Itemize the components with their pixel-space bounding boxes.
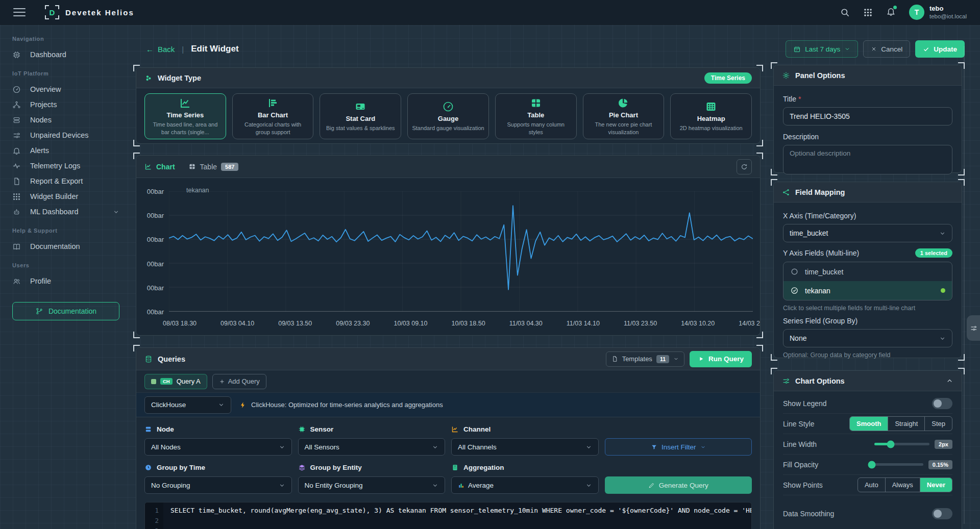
chart-options-card: Chart Options Show Legend Line Style Smo… (773, 370, 962, 529)
sidebar-item-documentation[interactable]: Documentation (12, 239, 129, 254)
back-arrow-icon: ← (146, 45, 154, 54)
sidebar-item-projects[interactable]: Projects (12, 97, 129, 112)
sql-code[interactable]: SELECT time_bucket, round(avgMerge(eng_a… (163, 502, 751, 529)
sidebar-item-unpaired-devices[interactable]: Unpaired Devices (12, 128, 129, 143)
show-legend-toggle[interactable] (932, 398, 952, 409)
cancel-button[interactable]: Cancel (863, 40, 910, 58)
sidebar-item-overview[interactable]: Overview (12, 82, 129, 97)
sidebar-item-ml-dashboard[interactable]: ML Dashboard (12, 204, 129, 219)
show-points-always[interactable]: Always (885, 478, 920, 492)
line-chart-icon (144, 163, 152, 170)
sql-editor[interactable]: 1 2 3 4 5 SELECT time_bucket, round(avgM… (144, 502, 752, 529)
server-stack-icon (12, 116, 21, 124)
line-style-smooth[interactable]: Smooth (850, 417, 888, 431)
sliders-icon (970, 324, 977, 332)
chevron-down-icon (673, 356, 679, 362)
back-button[interactable]: ← Back (146, 45, 175, 54)
line-numbers: 1 2 3 4 5 (145, 502, 163, 529)
clock-icon (144, 464, 152, 471)
panel-toggle-button[interactable] (967, 315, 980, 341)
line-style-step[interactable]: Step (924, 417, 952, 431)
y-field-time-bucket[interactable]: time_bucket (783, 262, 952, 281)
apps-grid-icon[interactable] (863, 8, 873, 17)
title-input[interactable] (783, 107, 952, 125)
sidebar-item-dashboard[interactable]: Dashboard (12, 47, 129, 62)
widget-card-gauge[interactable]: Gauge Standard gauge visualization (407, 93, 489, 139)
show-points-never[interactable]: Never (920, 478, 952, 492)
widget-card-heatmap[interactable]: Heatmap 2D heatmap visualization (670, 93, 752, 139)
tab-table[interactable]: Table 587 (188, 163, 239, 171)
sitemap-icon (12, 100, 21, 109)
chevron-down-icon (279, 482, 285, 489)
series-color-swatch (151, 379, 156, 384)
node-icon (144, 425, 152, 433)
menu-icon[interactable] (13, 8, 26, 16)
node-select[interactable]: All Nodes (144, 438, 292, 456)
field-mapping-title: Field Mapping (795, 188, 845, 196)
user-menu[interactable]: T tebo tebo@iot.local (909, 5, 967, 20)
widget-card-pie-chart[interactable]: Pie Chart The new core pie chart visuali… (583, 93, 665, 139)
widget-card-bar-chart[interactable]: Bar Chart Categorical charts with group … (232, 93, 314, 139)
y-tick: 00bar (147, 284, 164, 291)
x-tick: 09/03 13.50 (278, 320, 312, 327)
templates-button[interactable]: Templates 11 (606, 351, 684, 367)
sidebar-item-widget-builder[interactable]: Widget Builder (12, 189, 129, 204)
collapse-chevron-icon[interactable] (946, 377, 953, 385)
chart-options-title: Chart Options (795, 377, 845, 385)
time-range-button[interactable]: Last 7 days (786, 40, 858, 58)
sidebar-item-profile[interactable]: Profile (12, 273, 129, 289)
run-query-button[interactable]: Run Query (690, 351, 752, 367)
y-field-tekanan[interactable]: tekanan (783, 281, 952, 300)
sidebar-section-navigation: Navigation (12, 36, 129, 42)
update-button[interactable]: Update (915, 40, 965, 58)
generate-query-button[interactable]: Generate Query (605, 476, 752, 494)
chart-area: 00bar00bar00bar00bar00bar00bar tekanan 0… (136, 178, 760, 335)
line-width-slider[interactable] (874, 443, 929, 445)
circle-icon (790, 267, 799, 276)
sidebar-item-telemetry-logs[interactable]: Telemetry Logs (12, 158, 129, 173)
fill-opacity-label: Fill Opacity (783, 461, 818, 469)
show-points-auto[interactable]: Auto (858, 478, 885, 492)
scrollbar-track[interactable] (964, 46, 965, 524)
query-tab-a[interactable]: CH Query A (144, 374, 207, 389)
data-smoothing-toggle[interactable] (932, 508, 952, 519)
close-icon (871, 46, 877, 52)
datasource-select[interactable]: ClickHouse (144, 396, 231, 414)
description-textarea[interactable] (783, 145, 952, 174)
aggregation-select[interactable]: Average (451, 476, 599, 494)
line-style-straight[interactable]: Straight (888, 417, 924, 431)
sensor-select[interactable]: All Sensors (298, 438, 446, 456)
panel-options-title: Panel Options (795, 71, 845, 80)
line-width-value: 2px (935, 440, 952, 449)
notifications-button[interactable] (886, 7, 896, 18)
series-field-select[interactable]: None (783, 329, 952, 347)
sidebar-item-nodes[interactable]: Nodes (12, 112, 129, 128)
add-query-button[interactable]: Add Query (212, 374, 266, 389)
channel-select[interactable]: All Channels (451, 438, 599, 456)
top-bar: D Devetek Helios T tebo tebo@iot.local (0, 0, 980, 24)
insert-filter-button[interactable]: Insert Filter (605, 438, 752, 456)
line-chart[interactable]: tekanan (169, 191, 753, 312)
group-by-entity-select[interactable]: No Entity Grouping (298, 476, 446, 494)
sidebar-section-help-support: Help & Support (12, 228, 129, 234)
x-axis-select[interactable]: time_bucket (783, 224, 952, 242)
sensor-icon (298, 425, 306, 433)
documentation-button[interactable]: Documentation (12, 302, 119, 320)
y-tick: 00bar (147, 188, 164, 195)
fill-opacity-slider[interactable] (868, 463, 923, 466)
widget-card-time-series[interactable]: Time Series Time based line, area and ba… (144, 93, 226, 139)
tab-chart[interactable]: Chart (144, 163, 175, 171)
calculator-icon (451, 464, 459, 471)
group-by-time-select[interactable]: No Grouping (144, 476, 292, 494)
brand-logo: D (45, 5, 59, 19)
check-icon (923, 46, 929, 53)
chevron-down-icon (279, 444, 285, 450)
fill-opacity-value: 0.15% (928, 460, 952, 469)
sidebar-item-report-export[interactable]: Report & Export (12, 173, 129, 189)
widget-card-stat-card[interactable]: Stat Card Big stat values & sparklines (320, 93, 401, 139)
widget-card-table[interactable]: Table Supports many column styles (495, 93, 577, 139)
bell-icon (12, 146, 21, 155)
search-icon[interactable] (840, 8, 850, 17)
refresh-button[interactable] (737, 159, 752, 174)
sidebar-item-alerts[interactable]: Alerts (12, 143, 129, 158)
